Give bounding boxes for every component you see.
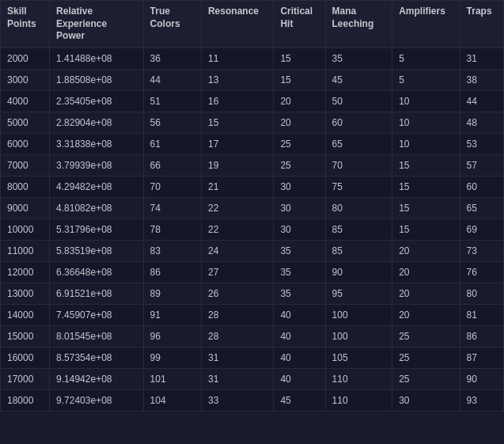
- cell-crit: 25: [274, 154, 325, 176]
- cell-skill: 2000: [1, 47, 50, 69]
- data-table: SkillPoints Relative ExperiencePower Tru…: [0, 0, 504, 412]
- cell-rel: 4.29482e+08: [50, 176, 144, 197]
- cell-skill: 13000: [1, 283, 50, 304]
- header-true-colors: TrueColors: [143, 1, 201, 48]
- cell-amp: 20: [392, 261, 460, 283]
- cell-true: 61: [143, 133, 201, 154]
- cell-traps: 53: [460, 133, 503, 154]
- cell-res: 11: [201, 47, 273, 69]
- cell-traps: 31: [460, 47, 503, 69]
- cell-amp: 25: [392, 347, 460, 368]
- cell-true: 99: [143, 347, 201, 368]
- cell-crit: 30: [274, 197, 325, 218]
- cell-crit: 35: [274, 240, 325, 261]
- cell-skill: 11000: [1, 240, 50, 261]
- cell-rel: 6.91521e+08: [50, 283, 144, 304]
- cell-amp: 15: [392, 176, 460, 197]
- cell-amp: 10: [392, 90, 460, 112]
- cell-crit: 40: [274, 347, 325, 368]
- cell-traps: 87: [460, 347, 503, 368]
- cell-amp: 15: [392, 197, 460, 218]
- cell-rel: 2.35405e+08: [50, 90, 144, 112]
- table-row: 160008.57354e+089931401052587: [1, 347, 504, 368]
- cell-true: 83: [143, 240, 201, 261]
- cell-mana: 90: [325, 261, 392, 283]
- table-row: 40002.35405e+08511620501044: [1, 90, 504, 112]
- cell-traps: 65: [460, 197, 503, 218]
- cell-skill: 5000: [1, 112, 50, 133]
- cell-traps: 81: [460, 304, 503, 325]
- cell-traps: 73: [460, 240, 503, 261]
- header-relative-experience: Relative ExperiencePower: [50, 1, 144, 48]
- cell-mana: 110: [325, 389, 392, 411]
- cell-amp: 20: [392, 240, 460, 261]
- cell-amp: 25: [392, 325, 460, 347]
- cell-true: 74: [143, 197, 201, 218]
- table-row: 140007.45907e+089128401002081: [1, 304, 504, 325]
- cell-amp: 25: [392, 368, 460, 389]
- cell-res: 31: [201, 347, 273, 368]
- cell-crit: 40: [274, 325, 325, 347]
- cell-res: 27: [201, 261, 273, 283]
- cell-rel: 1.88508e+08: [50, 69, 144, 90]
- cell-skill: 12000: [1, 261, 50, 283]
- cell-res: 15: [201, 112, 273, 133]
- cell-res: 24: [201, 240, 273, 261]
- cell-skill: 18000: [1, 389, 50, 411]
- cell-rel: 5.83519e+08: [50, 240, 144, 261]
- cell-res: 13: [201, 69, 273, 90]
- cell-mana: 105: [325, 347, 392, 368]
- cell-rel: 8.01545e+08: [50, 325, 144, 347]
- cell-rel: 3.79939e+08: [50, 154, 144, 176]
- cell-skill: 6000: [1, 133, 50, 154]
- cell-crit: 25: [274, 133, 325, 154]
- cell-mana: 70: [325, 154, 392, 176]
- cell-amp: 15: [392, 218, 460, 240]
- table-row: 50002.82904e+08561520601048: [1, 112, 504, 133]
- cell-amp: 30: [392, 389, 460, 411]
- cell-rel: 8.57354e+08: [50, 347, 144, 368]
- cell-rel: 9.72403e+08: [50, 389, 144, 411]
- cell-rel: 7.45907e+08: [50, 304, 144, 325]
- cell-skill: 7000: [1, 154, 50, 176]
- cell-crit: 30: [274, 176, 325, 197]
- cell-skill: 10000: [1, 218, 50, 240]
- cell-rel: 1.41488e+08: [50, 47, 144, 69]
- header-critical-hit: CriticalHit: [274, 1, 325, 48]
- table-row: 120006.36648e+08862735902076: [1, 261, 504, 283]
- cell-crit: 15: [274, 47, 325, 69]
- cell-mana: 100: [325, 325, 392, 347]
- cell-traps: 90: [460, 368, 503, 389]
- cell-res: 16: [201, 90, 273, 112]
- cell-mana: 60: [325, 112, 392, 133]
- cell-skill: 3000: [1, 69, 50, 90]
- cell-mana: 100: [325, 304, 392, 325]
- cell-mana: 50: [325, 90, 392, 112]
- cell-mana: 35: [325, 47, 392, 69]
- cell-crit: 20: [274, 112, 325, 133]
- cell-traps: 38: [460, 69, 503, 90]
- cell-skill: 4000: [1, 90, 50, 112]
- cell-skill: 17000: [1, 368, 50, 389]
- cell-true: 96: [143, 325, 201, 347]
- cell-true: 104: [143, 389, 201, 411]
- cell-true: 56: [143, 112, 201, 133]
- cell-rel: 5.31796e+08: [50, 218, 144, 240]
- cell-mana: 85: [325, 218, 392, 240]
- header-resonance: Resonance: [201, 1, 273, 48]
- table-row: 80004.29482e+08702130751560: [1, 176, 504, 197]
- table-row: 150008.01545e+089628401002586: [1, 325, 504, 347]
- cell-res: 17: [201, 133, 273, 154]
- table-row: 180009.72403e+0810433451103093: [1, 389, 504, 411]
- cell-true: 78: [143, 218, 201, 240]
- table-row: 170009.14942e+0810131401102590: [1, 368, 504, 389]
- cell-traps: 57: [460, 154, 503, 176]
- table-body: 20001.41488e+083611153553130001.88508e+0…: [1, 47, 504, 411]
- cell-crit: 35: [274, 261, 325, 283]
- header-mana-leeching: ManaLeeching: [325, 1, 392, 48]
- cell-true: 51: [143, 90, 201, 112]
- cell-mana: 45: [325, 69, 392, 90]
- cell-traps: 44: [460, 90, 503, 112]
- cell-true: 36: [143, 47, 201, 69]
- cell-crit: 15: [274, 69, 325, 90]
